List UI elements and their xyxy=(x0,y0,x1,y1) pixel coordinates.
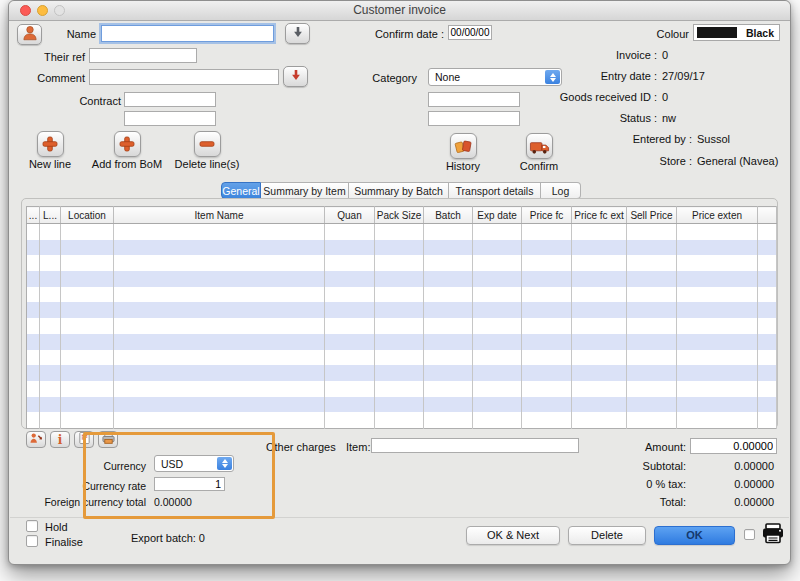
table-cell xyxy=(572,287,627,303)
column-header[interactable]: Price fc xyxy=(522,207,572,224)
history-button[interactable]: History xyxy=(433,133,493,172)
table-cell xyxy=(424,350,473,366)
contract-input-1[interactable] xyxy=(124,92,216,107)
table-cell xyxy=(40,224,61,240)
printer-icon[interactable] xyxy=(761,522,785,549)
table-cell xyxy=(27,255,40,271)
table-row[interactable] xyxy=(27,350,777,366)
tab-summary-by-item[interactable]: Summary by Item xyxy=(261,182,349,199)
tab-summary-by-batch[interactable]: Summary by Batch xyxy=(349,182,449,199)
table-row[interactable] xyxy=(27,412,777,428)
comment-input[interactable] xyxy=(89,69,279,85)
minimize-window-button[interactable] xyxy=(37,5,48,16)
table-cell xyxy=(522,334,572,350)
contract-label: Contract xyxy=(61,95,121,107)
table-cell xyxy=(627,255,677,271)
confirm-date-label: Confirm date : xyxy=(349,28,444,40)
ok-button[interactable]: OK xyxy=(654,526,735,545)
ok-and-next-button[interactable]: OK & Next xyxy=(466,526,560,545)
comment-lookup-button[interactable] xyxy=(283,66,308,87)
delete-lines-button[interactable]: Delete line(s) xyxy=(171,131,243,170)
table-row[interactable] xyxy=(27,381,777,397)
table-cell xyxy=(677,302,758,318)
table-cell xyxy=(375,334,424,350)
table-cell xyxy=(473,365,522,381)
table-row[interactable] xyxy=(27,365,777,381)
column-header[interactable]: Location xyxy=(61,207,114,224)
table-row[interactable] xyxy=(27,255,777,271)
title-bar: Customer invoice xyxy=(9,1,790,21)
close-window-button[interactable] xyxy=(20,5,31,16)
table-row[interactable] xyxy=(27,224,777,240)
add-from-bom-button[interactable]: Add from BoM xyxy=(89,131,165,170)
table-row[interactable] xyxy=(27,302,777,318)
column-header[interactable]: Sell Price xyxy=(627,207,677,224)
invoice-number-row: Invoice : 0 xyxy=(439,49,787,63)
table-row[interactable] xyxy=(27,334,777,350)
table-cell xyxy=(325,318,375,334)
entry-date-row: Entry date : 27/09/17 xyxy=(439,70,787,84)
column-header[interactable]: L... xyxy=(40,207,61,224)
print-checkbox[interactable] xyxy=(744,529,755,540)
tab-general[interactable]: General xyxy=(221,182,261,199)
minus-icon xyxy=(194,131,221,157)
column-header[interactable]: Item Name xyxy=(114,207,325,224)
other-charges-item-input[interactable] xyxy=(371,438,579,453)
other-charges-label: Other charges xyxy=(266,441,336,453)
contract-input-2[interactable] xyxy=(124,111,216,126)
total-value: 0.00000 xyxy=(696,496,774,508)
table-cell xyxy=(758,334,777,350)
amount-input[interactable] xyxy=(690,438,777,454)
table-cell xyxy=(114,350,325,366)
table-cell xyxy=(473,302,522,318)
column-header[interactable]: Batch xyxy=(424,207,473,224)
delete-button[interactable]: Delete xyxy=(568,526,646,545)
column-header[interactable]: Quan xyxy=(325,207,375,224)
table-cell xyxy=(325,381,375,397)
column-header[interactable]: ... xyxy=(27,207,40,224)
table-cell xyxy=(758,224,777,240)
table-row[interactable] xyxy=(27,240,777,256)
table-cell xyxy=(375,412,424,428)
column-header[interactable]: Price exten xyxy=(677,207,758,224)
table-cell xyxy=(572,350,627,366)
finalise-checkbox[interactable] xyxy=(26,535,38,547)
info-button[interactable]: i xyxy=(50,431,70,448)
table-cell xyxy=(375,224,424,240)
tab-transport-details[interactable]: Transport details xyxy=(449,182,541,199)
table-row[interactable] xyxy=(27,318,777,334)
subtotal-label: Subtotal: xyxy=(576,460,686,472)
table-row[interactable] xyxy=(27,271,777,287)
column-header[interactable]: Pack Size xyxy=(375,207,424,224)
name-lookup-button[interactable] xyxy=(285,23,310,44)
person-arrow-icon xyxy=(29,431,44,449)
name-input[interactable] xyxy=(101,25,274,42)
column-header[interactable]: Exp date xyxy=(473,207,522,224)
new-line-button[interactable]: New line xyxy=(21,131,79,170)
confirm-date-input[interactable] xyxy=(448,25,492,40)
table-cell xyxy=(473,271,522,287)
price-adjust-button[interactable] xyxy=(26,431,46,448)
status-row: Status : nw xyxy=(439,112,787,126)
window-title: Customer invoice xyxy=(9,1,790,20)
down-arrow-icon xyxy=(291,25,305,43)
colour-swatch xyxy=(697,27,737,38)
table-cell xyxy=(27,350,40,366)
confirm-button[interactable]: Confirm xyxy=(507,133,571,172)
colour-field[interactable]: Black xyxy=(693,24,780,41)
subtotal-value: 0.00000 xyxy=(696,460,774,472)
their-ref-input[interactable] xyxy=(89,48,197,63)
colour-value: Black xyxy=(746,27,774,39)
table-cell xyxy=(424,240,473,256)
hold-checkbox[interactable] xyxy=(26,520,38,532)
table-cell xyxy=(572,302,627,318)
table-row[interactable] xyxy=(27,287,777,303)
tab-bar: General Summary by Item Summary by Batch… xyxy=(221,182,581,199)
table-cell xyxy=(758,287,777,303)
invoice-lines-table: ... L... Location Item Name Quan Pack Si… xyxy=(26,206,777,429)
tab-log[interactable]: Log xyxy=(541,182,581,199)
table-row[interactable] xyxy=(27,397,777,413)
table-cell xyxy=(27,334,40,350)
column-header[interactable]: Price fc ext xyxy=(572,207,627,224)
table-cell xyxy=(677,412,758,428)
